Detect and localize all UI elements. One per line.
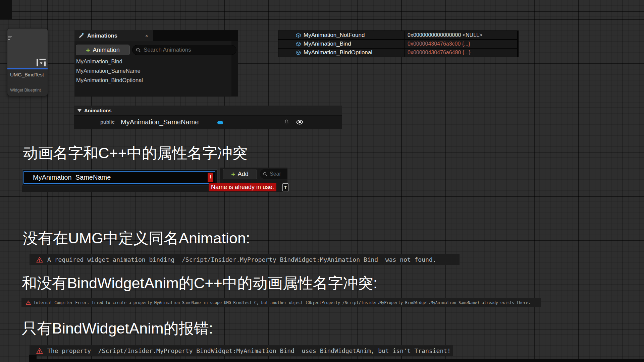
object-cube-icon xyxy=(296,50,301,55)
search-icon xyxy=(263,172,267,176)
rename-panel-body xyxy=(22,185,220,192)
debug-watch-panel: MyAnimation_NotFound 0x0000000000000000 … xyxy=(278,31,519,57)
asset-color-stripe xyxy=(7,68,48,69)
add-button[interactable]: + Add xyxy=(223,169,257,179)
bottom-edge-strip xyxy=(32,359,644,362)
eye-icon[interactable] xyxy=(296,120,304,125)
error-exclamation-badge: ! xyxy=(208,173,213,182)
watch-name-cell: MyAnimation_BindOptional xyxy=(278,49,404,57)
corner-block xyxy=(0,0,12,19)
watch-row[interactable]: MyAnimation_Bind 0x00000430476a3c00 {...… xyxy=(278,40,517,48)
rename-input[interactable] xyxy=(24,174,202,181)
heading-no-bindwidgetanim-conflict: 和没有BindWidgetAnim的C++中的动画属性名字冲突: xyxy=(22,275,377,292)
thumbnail-text-lines xyxy=(8,36,12,40)
watch-value: 0x00000430476a3c00 {...} xyxy=(405,40,517,48)
heading-name-conflict: 动画名字和C++中的属性名字冲突 xyxy=(23,145,248,162)
error-text: The property /Script/Insider.MyProperty_… xyxy=(47,347,451,354)
animations-details-section: Animations public MyAnimation_SameName xyxy=(74,106,342,129)
heading-not-defined-in-umg: 没有在UMG中定义同名Animation: xyxy=(23,230,250,247)
text-cursor-icon: T xyxy=(282,183,288,191)
name-in-use-tooltip: Name is already in use. xyxy=(209,183,276,191)
warning-triangle-icon xyxy=(36,257,43,263)
warning-triangle-icon xyxy=(26,300,31,305)
bell-icon[interactable] xyxy=(284,119,289,125)
ue-editor-canvas: UMG_BindTest Widget Blueprint Animations… xyxy=(0,0,644,362)
bottom-edge-notch xyxy=(29,355,37,362)
watch-row[interactable]: MyAnimation_NotFound 0x0000000000000000 … xyxy=(278,31,517,39)
object-cube-icon xyxy=(296,33,301,38)
animation-list-item[interactable]: MyAnimation_BindOptional xyxy=(75,75,230,85)
error-bar-not-found: A required widget animation binding /Scr… xyxy=(30,254,460,265)
asset-card-widget-blueprint[interactable]: UMG_BindTest Widget Blueprint xyxy=(7,28,48,96)
heading-only-bindwidgetanim-error: 只有BindWidgetAnim的报错: xyxy=(22,320,213,337)
details-section-header[interactable]: Animations xyxy=(74,106,342,116)
animation-property-row[interactable]: public MyAnimation_SameName xyxy=(74,116,342,129)
error-text: A required widget animation binding /Scr… xyxy=(47,256,436,263)
asset-type-label: Widget Blueprint xyxy=(10,88,41,93)
mini-search-field[interactable] xyxy=(260,169,287,179)
search-icon xyxy=(136,48,141,53)
watch-name: MyAnimation_Bind xyxy=(304,41,351,47)
tab-close-icon[interactable]: × xyxy=(142,30,151,41)
tab-animations[interactable]: Animations × xyxy=(74,30,153,41)
rename-text-field[interactable] xyxy=(23,171,215,184)
error-bar-internal-compiler: Internal Compiler Error: Tried to create… xyxy=(21,298,541,307)
warning-triangle-icon xyxy=(36,348,43,354)
toggle-pill[interactable] xyxy=(217,121,223,124)
tab-label: Animations xyxy=(87,33,117,39)
error-bar-not-transient: The property /Script/Insider.MyProperty_… xyxy=(30,345,453,356)
animation-list: MyAnimation_Bind MyAnimation_SameName My… xyxy=(75,57,230,85)
watch-row[interactable]: MyAnimation_BindOptional 0x00000430476a6… xyxy=(278,49,517,57)
umg-widget-icon xyxy=(37,59,46,66)
mini-search-input[interactable] xyxy=(270,171,287,177)
asset-title: UMG_BindTest xyxy=(10,72,44,77)
animations-panel: Animations × + Animation MyAnimation_Bin… xyxy=(74,30,238,97)
watch-name-cell: MyAnimation_Bind xyxy=(278,40,404,48)
watch-name: MyAnimation_NotFound xyxy=(304,32,365,39)
object-cube-icon xyxy=(296,42,301,47)
property-name: MyAnimation_SameName xyxy=(121,118,199,126)
search-animations-input[interactable] xyxy=(144,47,233,53)
plus-icon: + xyxy=(86,47,90,54)
access-specifier-label: public xyxy=(100,119,115,125)
watch-name-cell: MyAnimation_NotFound xyxy=(278,31,404,39)
chevron-down-icon xyxy=(77,109,82,112)
watch-value: 0x0000000000000000 <NULL> xyxy=(405,31,517,39)
plus-icon: + xyxy=(231,171,235,178)
animation-list-item[interactable]: MyAnimation_Bind xyxy=(75,57,230,66)
search-animations-field[interactable] xyxy=(132,45,236,55)
animation-brush-icon xyxy=(78,33,84,39)
watch-value: 0x00000430476a6480 {...} xyxy=(405,49,517,57)
tab-strip: Animations × xyxy=(74,30,238,41)
add-animation-button[interactable]: + Animation xyxy=(76,45,130,55)
watch-name: MyAnimation_BindOptional xyxy=(304,49,372,56)
error-text: Internal Compiler Error: Tried to create… xyxy=(34,300,531,305)
animation-list-item[interactable]: MyAnimation_SameName xyxy=(75,66,230,75)
asset-thumbnail xyxy=(7,28,48,68)
